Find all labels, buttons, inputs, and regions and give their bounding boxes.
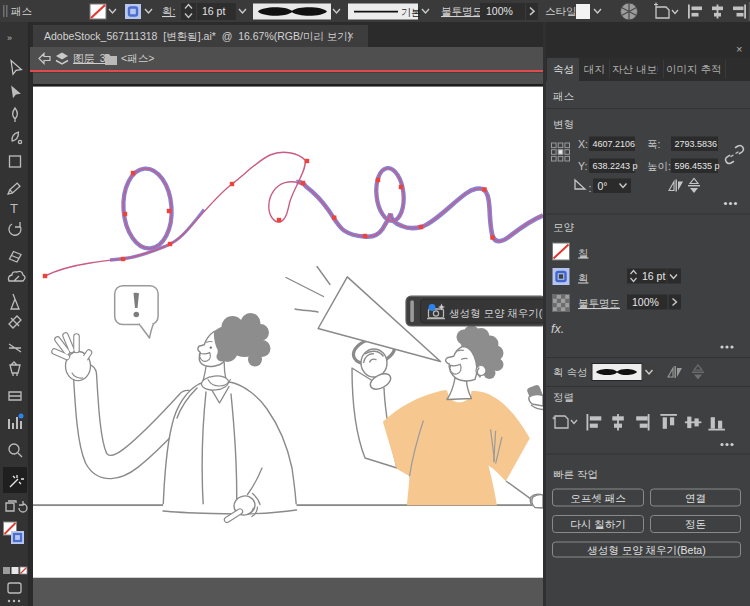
svg-text:칠: 칠 (578, 247, 589, 259)
svg-text:0°: 0° (598, 180, 608, 192)
svg-text:생성형 모양 채우기(B: 생성형 모양 채우기(B (449, 307, 543, 319)
svg-text:빠른 작업: 빠른 작업 (553, 468, 598, 480)
svg-text:»: » (7, 33, 12, 43)
svg-text:다시 칠하기: 다시 칠하기 (570, 518, 625, 530)
svg-text:모양: 모양 (553, 221, 575, 233)
svg-text:생성형 모양 채우기(Beta): 생성형 모양 채우기(Beta) (587, 544, 705, 556)
svg-text:불투명도:: 불투명도: (441, 5, 486, 17)
svg-text:16 pt: 16 pt (642, 270, 665, 282)
svg-text:획 속성: 획 속성 (553, 366, 587, 378)
svg-text:16 pt: 16 pt (202, 5, 225, 17)
svg-text:Y:: Y: (578, 160, 587, 172)
svg-text:스타일:: 스타일: (545, 5, 579, 17)
svg-text::: : (589, 182, 592, 194)
svg-text:높이:: 높이: (647, 160, 671, 172)
svg-text:획: 획 (578, 272, 589, 284)
svg-text:폭:: 폭: (647, 138, 660, 150)
svg-text:596.4535 p: 596.4535 p (675, 161, 720, 171)
svg-text:100%: 100% (632, 296, 659, 308)
svg-text:fx.: fx. (551, 322, 564, 336)
svg-text:정돈: 정돈 (685, 518, 706, 530)
svg-text:X:: X: (578, 138, 588, 150)
svg-text:획:: 획: (162, 5, 175, 17)
svg-text:패스: 패스 (11, 5, 32, 17)
svg-text:오프셋 패스: 오프셋 패스 (570, 492, 625, 504)
svg-text:4607.2106: 4607.2106 (593, 139, 636, 149)
svg-text:638.2243 p: 638.2243 p (593, 161, 638, 171)
svg-text:2793.5836: 2793.5836 (675, 139, 718, 149)
svg-text:기본: 기본 (401, 7, 421, 18)
svg-text:T: T (10, 201, 18, 216)
svg-text:연결: 연결 (685, 492, 706, 504)
svg-text:정렬: 정렬 (553, 391, 574, 403)
svg-text:100%: 100% (486, 5, 513, 17)
svg-text:불투명도: 불투명도 (578, 297, 620, 309)
